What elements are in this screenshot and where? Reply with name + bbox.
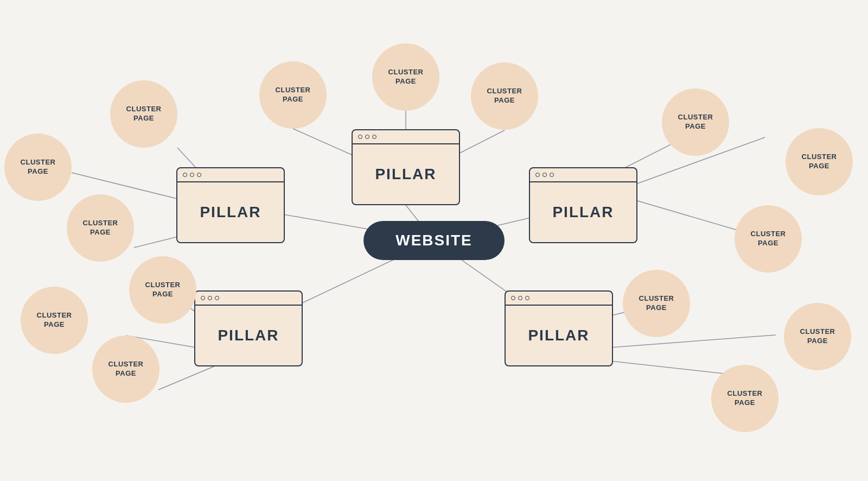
pillar-dot-3 <box>525 296 529 300</box>
pillar-dot-1 <box>535 173 540 177</box>
pillar-dot-3 <box>215 296 219 300</box>
pillar-dot-1 <box>183 173 187 177</box>
pillar-body: PILLAR <box>506 306 612 365</box>
cluster-page-c9: CLUSTERPAGE <box>471 62 538 130</box>
cluster-page-c8: CLUSTERPAGE <box>372 43 439 111</box>
cluster-page-c5: CLUSTERPAGE <box>21 287 88 354</box>
diagram-container: WEBSITE PILLAR PILLAR PILLAR <box>0 0 868 481</box>
pillar-label: PILLAR <box>375 166 436 183</box>
cluster-page-c2: CLUSTERPAGE <box>4 134 72 201</box>
pillar-bottom-left: PILLAR <box>194 290 303 366</box>
pillar-label: PILLAR <box>552 204 614 221</box>
pillar-dot-3 <box>550 173 554 177</box>
cluster-page-c6: CLUSTERPAGE <box>92 336 159 403</box>
cluster-page-c3: CLUSTERPAGE <box>67 194 134 262</box>
pillar-titlebar <box>177 168 284 182</box>
pillar-left: PILLAR <box>176 167 285 243</box>
cluster-page-c16: CLUSTERPAGE <box>623 270 690 337</box>
pillar-titlebar <box>195 292 302 306</box>
cluster-page-c7: CLUSTERPAGE <box>259 61 327 129</box>
cluster-page-c1: CLUSTERPAGE <box>110 80 177 148</box>
pillar-dot-1 <box>358 135 362 139</box>
pillar-dot-1 <box>201 296 205 300</box>
cluster-page-c4: CLUSTERPAGE <box>129 256 196 324</box>
cluster-page-c10: CLUSTERPAGE <box>662 88 729 156</box>
pillar-dot-1 <box>511 296 515 300</box>
pillar-titlebar <box>506 292 612 306</box>
pillar-body: PILLAR <box>195 306 302 365</box>
pillar-body: PILLAR <box>353 144 459 204</box>
website-pill: WEBSITE <box>363 221 505 260</box>
pillar-dot-2 <box>208 296 212 300</box>
pillar-titlebar <box>530 168 636 182</box>
pillar-label: PILLAR <box>218 327 279 344</box>
pillar-titlebar <box>353 130 459 144</box>
cluster-page-c15: CLUSTERPAGE <box>711 365 778 432</box>
pillar-dot-2 <box>190 173 194 177</box>
cluster-page-c12: CLUSTERPAGE <box>735 205 802 273</box>
cluster-page-c11: CLUSTERPAGE <box>786 128 853 195</box>
pillar-dot-3 <box>197 173 201 177</box>
pillar-body: PILLAR <box>530 182 636 242</box>
pillar-dot-3 <box>372 135 376 139</box>
website-label: WEBSITE <box>395 232 473 249</box>
pillar-bottom-right: PILLAR <box>505 290 613 366</box>
pillar-dot-2 <box>365 135 369 139</box>
pillar-label: PILLAR <box>200 204 261 221</box>
pillar-label: PILLAR <box>528 327 589 344</box>
pillar-body: PILLAR <box>177 182 284 242</box>
pillar-dot-2 <box>542 173 547 177</box>
cluster-page-c14: CLUSTERPAGE <box>784 303 851 370</box>
pillar-dot-2 <box>518 296 522 300</box>
pillar-right: PILLAR <box>529 167 637 243</box>
pillar-top: PILLAR <box>352 129 460 205</box>
